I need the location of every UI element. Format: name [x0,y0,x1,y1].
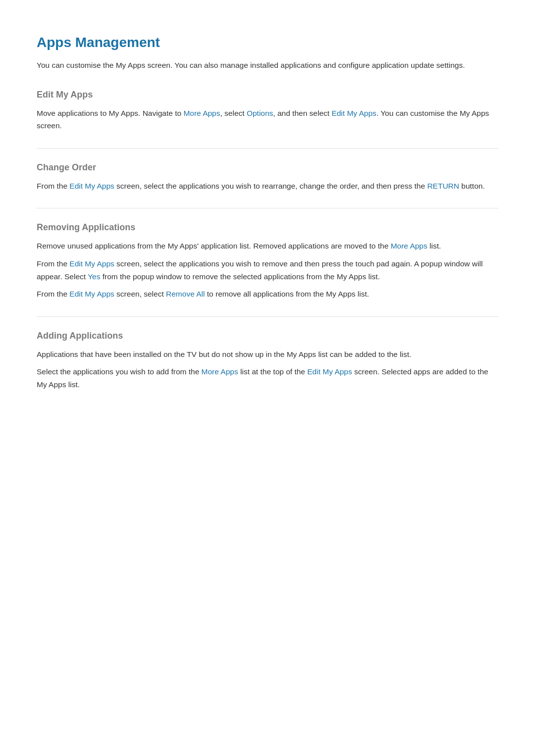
text-span: to remove all applications from the My A… [205,290,369,298]
section-title-removing-applications: Removing Applications [37,222,498,233]
paragraph-edit-my-apps-0: Move applications to My Apps. Navigate t… [37,107,498,132]
inline-link-more-apps[interactable]: More Apps [183,109,220,117]
section-body-change-order: From the Edit My Apps screen, select the… [37,180,498,193]
text-span: screen, select the applications you wish… [114,182,428,190]
section-title-adding-applications: Adding Applications [37,331,498,341]
paragraph-change-order-0: From the Edit My Apps screen, select the… [37,180,498,193]
inline-link-options[interactable]: Options [247,109,273,117]
inline-link-edit-my-apps[interactable]: Edit My Apps [69,182,114,190]
text-span: From the [37,290,69,298]
text-span: Select the applications you wish to add … [37,367,202,376]
text-span: From the [37,182,69,190]
inline-link-return[interactable]: RETURN [427,182,459,190]
inline-link-edit-my-apps[interactable]: Edit My Apps [307,367,352,376]
inline-link-remove-all[interactable]: Remove All [166,290,205,298]
text-span: Remove unused applications from the My A… [37,242,391,250]
section-removing-applications: Removing ApplicationsRemove unused appli… [37,222,498,300]
text-span: Move applications to My Apps. Navigate t… [37,109,183,117]
section-divider [37,148,498,149]
section-body-adding-applications: Applications that have been installed on… [37,348,498,391]
section-adding-applications: Adding ApplicationsApplications that hav… [37,331,498,391]
inline-link-more-apps[interactable]: More Apps [202,367,238,376]
inline-link-edit-my-apps[interactable]: Edit My Apps [69,259,114,268]
paragraph-removing-applications-1: From the Edit My Apps screen, select the… [37,257,498,283]
section-divider [37,316,498,317]
paragraph-adding-applications-1: Select the applications you wish to add … [37,365,498,391]
inline-link-more-apps[interactable]: More Apps [391,242,428,250]
intro-paragraph: You can customise the My Apps screen. Yo… [37,59,498,72]
text-span: , and then select [273,109,331,117]
page-title: Apps Management [37,35,498,50]
section-title-change-order: Change Order [37,162,498,173]
section-divider [37,208,498,208]
section-title-edit-my-apps: Edit My Apps [37,90,498,100]
text-span: From the [37,259,69,268]
text-span: button. [459,182,485,190]
text-span: , select [220,109,247,117]
inline-link-yes[interactable]: Yes [88,272,100,281]
text-span: screen, select [114,290,166,298]
paragraph-adding-applications-0: Applications that have been installed on… [37,348,498,361]
text-span: list. [428,242,441,250]
paragraph-removing-applications-2: From the Edit My Apps screen, select Rem… [37,288,498,301]
text-span: from the popup window to remove the sele… [100,272,379,281]
text-span: list at the top of the [238,367,308,376]
sections-container: Edit My AppsMove applications to My Apps… [37,90,498,391]
section-edit-my-apps: Edit My AppsMove applications to My Apps… [37,90,498,132]
text-span: Applications that have been installed on… [37,350,411,358]
section-body-edit-my-apps: Move applications to My Apps. Navigate t… [37,107,498,132]
section-change-order: Change OrderFrom the Edit My Apps screen… [37,162,498,193]
section-body-removing-applications: Remove unused applications from the My A… [37,240,498,300]
inline-link-edit-my-apps[interactable]: Edit My Apps [331,109,376,117]
inline-link-edit-my-apps[interactable]: Edit My Apps [69,290,114,298]
paragraph-removing-applications-0: Remove unused applications from the My A… [37,240,498,252]
